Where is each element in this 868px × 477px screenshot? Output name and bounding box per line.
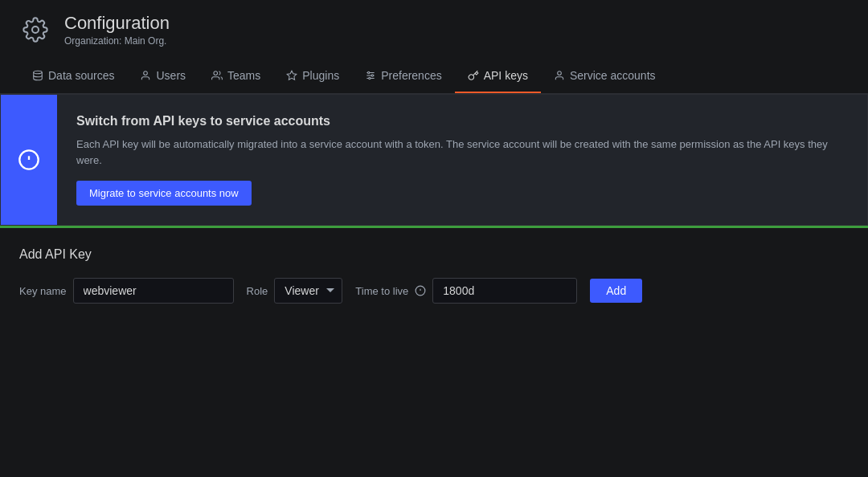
user-icon <box>140 70 151 81</box>
key-name-input[interactable] <box>73 278 234 304</box>
service-icon <box>554 70 565 81</box>
header-top: Configuration Organization: Main Org. <box>19 13 849 59</box>
header: Configuration Organization: Main Org. Da… <box>0 0 868 94</box>
tab-service-accounts[interactable]: Service accounts <box>541 59 669 93</box>
tab-service-accounts-label: Service accounts <box>570 69 656 82</box>
info-circle-icon <box>18 149 40 171</box>
key-name-field: Key name <box>19 278 234 304</box>
add-api-key-section: Add API Key Key name Role Viewer Editor … <box>0 228 868 323</box>
tab-users[interactable]: Users <box>127 59 199 93</box>
key-name-label: Key name <box>19 285 67 297</box>
tab-preferences[interactable]: Preferences <box>352 59 454 93</box>
tab-teams[interactable]: Teams <box>199 59 273 93</box>
tab-data-sources-label: Data sources <box>48 69 114 82</box>
tab-data-sources[interactable]: Data sources <box>19 59 127 93</box>
info-banner: Switch from API keys to service accounts… <box>0 94 868 226</box>
tab-api-keys[interactable]: API keys <box>455 59 541 93</box>
ttl-label: Time to live <box>355 285 408 297</box>
key-icon <box>468 70 479 81</box>
svg-point-3 <box>214 71 218 75</box>
header-text: Configuration Organization: Main Org. <box>64 13 170 47</box>
tab-users-label: Users <box>156 69 186 82</box>
main-content: Switch from API keys to service accounts… <box>0 94 868 323</box>
page-title: Configuration <box>64 13 170 34</box>
banner-sidebar <box>1 95 57 225</box>
sliders-icon <box>365 70 376 81</box>
ttl-field: Time to live <box>355 278 577 304</box>
database-icon <box>32 70 43 81</box>
users-icon <box>211 70 223 81</box>
tab-teams-label: Teams <box>227 69 260 82</box>
tab-plugins[interactable]: Plugins <box>273 59 352 93</box>
add-api-key-title: Add API Key <box>19 247 849 262</box>
api-key-form-row: Key name Role Viewer Editor Admin Time t… <box>19 278 849 304</box>
svg-point-1 <box>34 71 43 74</box>
banner-description: Each API key will be automatically migra… <box>76 137 848 168</box>
banner-title: Switch from API keys to service accounts <box>76 114 848 128</box>
ttl-info-icon[interactable] <box>415 285 426 296</box>
role-label: Role <box>247 285 268 297</box>
svg-point-8 <box>371 75 373 76</box>
svg-point-9 <box>369 77 371 79</box>
org-subtitle: Organization: Main Org. <box>64 35 170 47</box>
plugin-icon <box>286 70 297 81</box>
gear-icon <box>19 14 51 46</box>
ttl-input[interactable] <box>432 278 577 304</box>
svg-point-2 <box>144 71 148 75</box>
migrate-button[interactable]: Migrate to service accounts now <box>76 181 252 206</box>
svg-point-10 <box>558 71 562 75</box>
role-field: Role Viewer Editor Admin <box>247 278 343 304</box>
tab-preferences-label: Preferences <box>381 69 441 82</box>
tab-plugins-label: Plugins <box>302 69 339 82</box>
tab-api-keys-label: API keys <box>484 69 528 82</box>
add-button[interactable]: Add <box>590 279 642 303</box>
banner-content: Switch from API keys to service accounts… <box>57 95 867 225</box>
role-select[interactable]: Viewer Editor Admin <box>274 278 342 304</box>
svg-point-7 <box>368 71 370 73</box>
svg-point-0 <box>32 26 39 33</box>
nav-tabs: Data sources Users Teams Plugins <box>19 59 849 93</box>
